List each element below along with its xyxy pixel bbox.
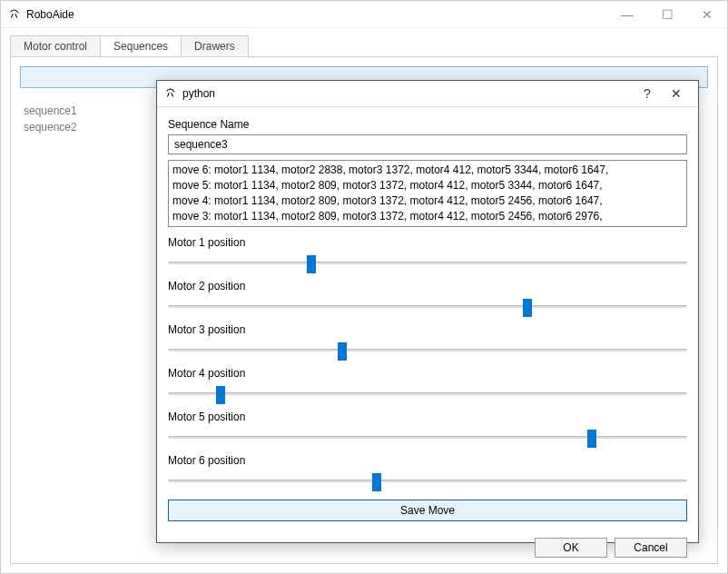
save-move-button[interactable]: Save Move bbox=[168, 500, 687, 521]
minimize-button[interactable]: — bbox=[607, 1, 647, 28]
motor-1-slider[interactable] bbox=[168, 254, 687, 271]
cancel-button[interactable]: Cancel bbox=[615, 538, 687, 558]
sequence-name-label: Sequence Name bbox=[168, 118, 687, 131]
list-item[interactable]: move 5: motor1 1134, motor2 809, motor3 … bbox=[172, 178, 683, 193]
sequence-name-input[interactable] bbox=[168, 134, 687, 154]
motor-5-slider[interactable] bbox=[168, 429, 687, 445]
slider-thumb[interactable] bbox=[523, 299, 532, 317]
app-title: RoboAide bbox=[26, 8, 74, 21]
motor-1-label: Motor 1 position bbox=[168, 236, 687, 249]
motor-2-label: Motor 2 position bbox=[168, 280, 687, 292]
close-button[interactable]: ✕ bbox=[687, 1, 727, 28]
dialog-body: Sequence Name move 6: motor1 1134, motor… bbox=[157, 107, 698, 530]
dialog-icon bbox=[164, 87, 177, 100]
dialog-footer: OK Cancel bbox=[157, 530, 698, 569]
dialog-close-button[interactable]: ✕ bbox=[662, 81, 691, 106]
tab-drawers[interactable]: Drawers bbox=[181, 35, 249, 56]
slider-thumb[interactable] bbox=[216, 386, 225, 404]
app-icon bbox=[8, 8, 21, 21]
tab-motor-control[interactable]: Motor control bbox=[10, 35, 101, 56]
motor-4-slider[interactable] bbox=[168, 385, 687, 401]
slider-thumb[interactable] bbox=[587, 430, 596, 448]
motor-6-label: Motor 6 position bbox=[168, 454, 687, 467]
ok-button[interactable]: OK bbox=[535, 538, 607, 558]
list-item[interactable]: move 6: motor1 1134, motor2 2838, motor3… bbox=[172, 163, 683, 178]
list-item[interactable]: move 3: motor1 1134, motor2 809, motor3 … bbox=[172, 209, 683, 224]
moves-list[interactable]: move 6: motor1 1134, motor2 2838, motor3… bbox=[168, 160, 687, 227]
dialog-title: python bbox=[182, 87, 215, 100]
titlebar: RoboAide — ☐ ✕ bbox=[1, 1, 727, 28]
list-item[interactable]: move 4: motor1 1134, motor2 809, motor3 … bbox=[172, 193, 683, 209]
motor-6-slider[interactable] bbox=[168, 472, 687, 489]
motor-5-label: Motor 5 position bbox=[168, 411, 687, 423]
tab-bar: Motor control Sequences Drawers bbox=[1, 28, 727, 56]
slider-thumb[interactable] bbox=[338, 342, 347, 361]
slider-thumb[interactable] bbox=[307, 255, 316, 273]
slider-thumb[interactable] bbox=[372, 473, 381, 491]
help-button[interactable]: ? bbox=[633, 81, 662, 106]
motor-4-label: Motor 4 position bbox=[168, 367, 687, 380]
motor-2-slider[interactable] bbox=[168, 298, 687, 314]
motor-3-slider[interactable] bbox=[168, 341, 687, 358]
dialog-window: python ? ✕ Sequence Name move 6: motor1 … bbox=[156, 80, 699, 543]
motor-3-label: Motor 3 position bbox=[168, 323, 687, 336]
maximize-button[interactable]: ☐ bbox=[647, 1, 687, 28]
dialog-titlebar: python ? ✕ bbox=[157, 81, 698, 107]
tab-sequences[interactable]: Sequences bbox=[100, 35, 182, 56]
